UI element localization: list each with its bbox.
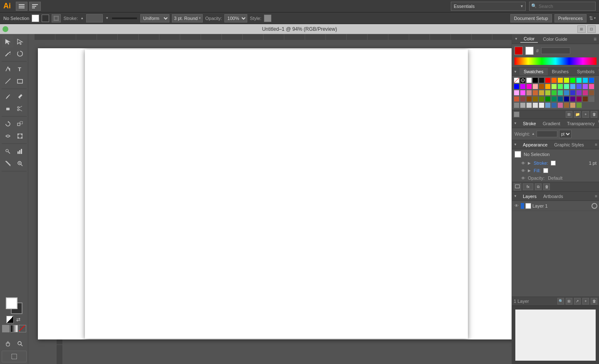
swatch-options-icon[interactable]: [514, 111, 519, 117]
swatch-44[interactable]: [557, 96, 563, 102]
swatch-17[interactable]: [551, 84, 557, 89]
swatch-blue3[interactable]: [557, 102, 563, 108]
swatch-8[interactable]: [576, 77, 582, 83]
opacity-select[interactable]: 100%: [224, 14, 247, 22]
appearance-panel-collapse[interactable]: ▼: [512, 143, 519, 146]
new-color-group-btn[interactable]: 📁: [574, 111, 581, 118]
type-tool[interactable]: T: [14, 63, 26, 75]
swatch-16[interactable]: [545, 84, 551, 89]
show-swatch-kinds-btn[interactable]: ⊞: [566, 111, 572, 118]
search-layers-btn[interactable]: 🔍: [557, 298, 564, 305]
swatch-26[interactable]: [526, 90, 532, 96]
canvas-area[interactable]: [28, 34, 512, 364]
swatch-11[interactable]: [514, 84, 519, 89]
swatch-20[interactable]: [570, 84, 576, 89]
swatch-42[interactable]: [545, 96, 551, 102]
swatch-35[interactable]: [582, 90, 588, 96]
search-input[interactable]: [539, 4, 596, 9]
layer-row-1[interactable]: 👁 Layer 1: [512, 201, 599, 211]
weight-unit-select[interactable]: pt: [559, 130, 572, 138]
layer-target-indicator[interactable]: [592, 203, 597, 209]
swatch-48[interactable]: [582, 96, 588, 102]
stroke-arrow-down[interactable]: ▼: [105, 16, 109, 20]
edit-artboards-button[interactable]: [2, 351, 27, 362]
tab-swatches[interactable]: Swatches: [519, 68, 548, 75]
tab-layers[interactable]: Layers: [519, 193, 540, 200]
swatch-blue2[interactable]: [551, 102, 557, 108]
swatch-blue5[interactable]: [570, 102, 576, 108]
slice-tool[interactable]: [2, 158, 14, 169]
swatch-34[interactable]: [576, 90, 582, 96]
workspace-switcher[interactable]: [29, 2, 41, 11]
move-selection-to-layer-btn[interactable]: ↗: [574, 298, 581, 305]
swatch-blue4[interactable]: [564, 102, 569, 108]
swatch-register[interactable]: [520, 77, 526, 83]
swatch-7[interactable]: [570, 77, 576, 83]
fill-property-label[interactable]: Fill:: [534, 168, 541, 173]
delete-appearance-btn[interactable]: 🗑: [543, 183, 550, 190]
swatch-15[interactable]: [539, 84, 544, 89]
tab-color-guide[interactable]: Color Guide: [539, 36, 571, 42]
swatch-32[interactable]: [564, 90, 569, 96]
swap-colors-icon[interactable]: ⇄: [15, 316, 22, 323]
weight-arrow-up[interactable]: ▲: [532, 132, 535, 136]
paintbrush-tool[interactable]: [2, 91, 14, 102]
scissors-tool[interactable]: [14, 103, 26, 114]
stroke-property-label[interactable]: Stroke:: [534, 161, 548, 166]
color-fill-swatch[interactable]: [514, 47, 523, 55]
swatch-2[interactable]: [539, 77, 544, 83]
eraser-tool[interactable]: [2, 103, 14, 114]
swatch-23[interactable]: [589, 84, 594, 89]
color-panel-menu[interactable]: ≡: [594, 36, 597, 42]
appearance-swatch[interactable]: [514, 151, 521, 158]
swatch-43[interactable]: [551, 96, 557, 102]
direct-selection-tool[interactable]: [14, 36, 26, 47]
opacity-visibility-toggle[interactable]: 👁: [520, 175, 526, 181]
new-layer-btn[interactable]: +: [582, 298, 589, 305]
swatch-4[interactable]: [551, 77, 557, 83]
fg-bg-swatches[interactable]: [6, 297, 22, 314]
lasso-tool[interactable]: [14, 48, 26, 59]
selection-tool[interactable]: [2, 36, 14, 47]
swatch-none[interactable]: [514, 77, 519, 83]
tab-graphic-styles[interactable]: Graphic Styles: [551, 141, 587, 148]
tab-artboards[interactable]: Artboards: [540, 193, 567, 200]
rect-tool[interactable]: [14, 75, 26, 87]
swatch-29[interactable]: [545, 90, 551, 96]
tab-symbols[interactable]: Symbols: [573, 68, 599, 75]
gradient-mode-icon[interactable]: [10, 325, 18, 332]
fill-swatch[interactable]: [32, 15, 39, 22]
swatch-39[interactable]: [526, 96, 532, 102]
column-graph-tool[interactable]: [14, 146, 26, 157]
color-stroke-swatch[interactable]: [525, 47, 534, 55]
pen-tool[interactable]: [2, 63, 14, 75]
white-canvas[interactable]: [85, 50, 468, 339]
menu-icon[interactable]: [16, 2, 27, 11]
swatch-white[interactable]: [526, 77, 532, 83]
delete-layer-btn[interactable]: 🗑: [591, 298, 597, 305]
make-sublayer-btn[interactable]: ⊞: [566, 298, 572, 305]
swatch-41[interactable]: [539, 96, 544, 102]
swatch-25[interactable]: [520, 90, 526, 96]
layer-visibility-toggle[interactable]: 👁: [514, 203, 519, 209]
weight-input[interactable]: 1 pt: [537, 131, 557, 137]
swatch-30[interactable]: [551, 90, 557, 96]
layers-panel-menu[interactable]: ≡: [595, 194, 599, 198]
new-swatch-btn[interactable]: +: [582, 111, 589, 118]
stroke-color-preview[interactable]: [551, 161, 556, 166]
swatch-28[interactable]: [539, 90, 544, 96]
foreground-color-swatch[interactable]: [6, 297, 17, 309]
scale-tool[interactable]: [14, 118, 26, 130]
tab-stroke[interactable]: Stroke: [519, 119, 539, 128]
magic-wand-tool[interactable]: [2, 48, 14, 59]
line-tool[interactable]: [2, 75, 14, 87]
rotate-tool[interactable]: [2, 118, 14, 130]
swatch-38[interactable]: [520, 96, 526, 102]
swatches-panel-collapse[interactable]: ▼: [512, 68, 519, 75]
stroke-swatch[interactable]: [42, 15, 49, 22]
swatch-33[interactable]: [570, 90, 576, 96]
fx-button[interactable]: fx: [523, 183, 533, 190]
document-setup-button[interactable]: Document Setup: [510, 14, 552, 22]
symbol-sprayer-tool[interactable]: [2, 146, 14, 157]
hex-input[interactable]: FFFFFF: [541, 47, 570, 54]
